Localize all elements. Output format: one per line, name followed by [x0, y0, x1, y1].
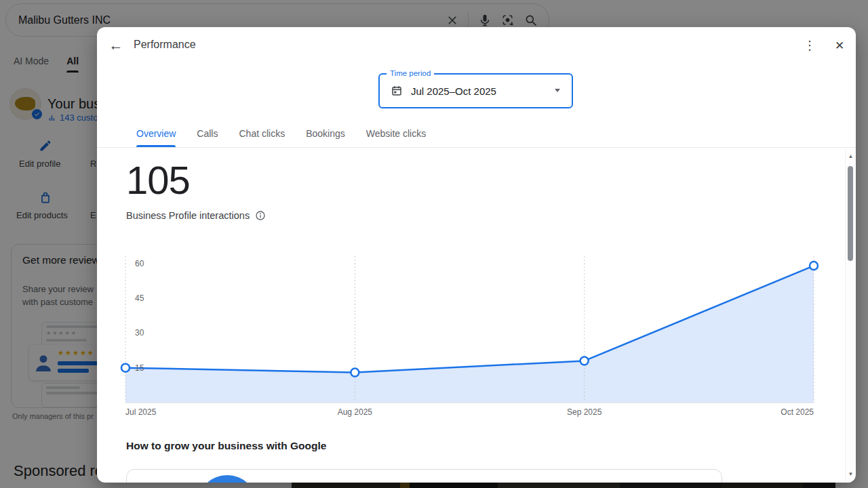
modal-title: Performance: [134, 39, 196, 51]
tab-chat-clicks[interactable]: Chat clicks: [239, 128, 285, 147]
time-period-value: Jul 2025–Oct 2025: [411, 85, 496, 97]
grow-card-illustration: [197, 475, 257, 483]
time-period-label: Time period: [387, 69, 434, 77]
tab-website-clicks[interactable]: Website clicks: [366, 128, 426, 147]
performance-tabs: Overview Calls Chat clicks Bookings Webs…: [97, 122, 856, 148]
metric-label-row: Business Profile interactions: [126, 210, 266, 221]
svg-text:Jul 2025: Jul 2025: [125, 407, 157, 417]
tab-calls[interactable]: Calls: [197, 128, 218, 147]
grow-section-title: How to grow your business with Google: [126, 440, 326, 452]
metric-label: Business Profile interactions: [126, 210, 250, 221]
info-icon[interactable]: [255, 210, 266, 221]
scrollbar-thumb[interactable]: [848, 166, 853, 261]
interactions-total: 105: [126, 160, 190, 201]
svg-text:Oct 2025: Oct 2025: [781, 407, 814, 417]
svg-text:30: 30: [135, 328, 144, 338]
scroll-up-icon[interactable]: ▲: [846, 151, 856, 161]
scroll-down-icon[interactable]: ▼: [846, 469, 856, 479]
grow-card[interactable]: [126, 469, 722, 483]
svg-text:Sep 2025: Sep 2025: [567, 407, 602, 417]
more-options-icon[interactable]: ⋮: [801, 37, 818, 54]
interactions-chart[interactable]: 15304560Jul 2025Aug 2025Sep 2025Oct 2025: [97, 251, 856, 420]
svg-text:Aug 2025: Aug 2025: [338, 407, 373, 417]
tab-overview[interactable]: Overview: [136, 128, 176, 147]
screen: Malibu Gutters INC AI Mode All I: [0, 0, 868, 488]
svg-text:45: 45: [135, 293, 144, 303]
back-arrow-icon[interactable]: ←: [106, 36, 125, 55]
calendar-icon: [391, 85, 403, 97]
tab-bookings[interactable]: Bookings: [306, 128, 345, 147]
time-period-select[interactable]: Time period Jul 2025–Oct 2025: [378, 73, 573, 108]
modal-scrollbar[interactable]: ▲ ▼: [845, 148, 855, 483]
dropdown-caret-icon: [555, 89, 560, 92]
svg-text:15: 15: [135, 363, 144, 373]
svg-text:60: 60: [135, 259, 144, 268]
performance-modal: ← Performance ⋮ ✕ Time period Jul 2025–O…: [97, 27, 856, 483]
close-icon[interactable]: ✕: [831, 37, 848, 54]
